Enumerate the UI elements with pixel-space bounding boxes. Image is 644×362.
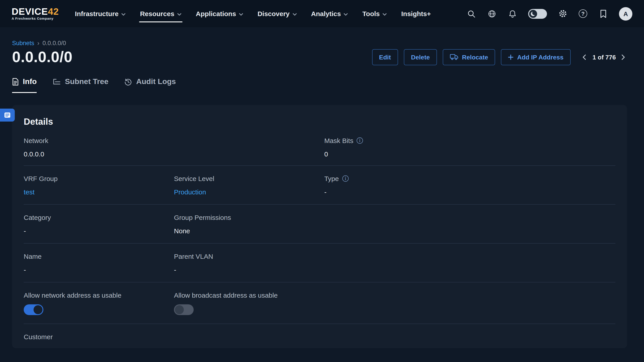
field-value: 0.0.0.0: [24, 150, 174, 158]
field-label: Service Level: [174, 175, 324, 182]
nav-resources[interactable]: Resources: [140, 0, 181, 27]
field-customer: Customer: [24, 333, 174, 341]
field-network: Network 0.0.0.0: [24, 137, 174, 158]
theme-toggle[interactable]: [528, 9, 547, 18]
add-ip-label: Add IP Address: [517, 53, 564, 60]
globe-icon[interactable]: [487, 9, 496, 18]
breadcrumb-separator: ›: [37, 40, 39, 46]
chevron-left-icon[interactable]: [582, 53, 588, 60]
info-icon[interactable]: [342, 175, 348, 182]
field-group-permissions: Group Permissions None: [174, 214, 324, 235]
truck-icon: [450, 54, 458, 60]
relocate-button[interactable]: Relocate: [443, 49, 495, 65]
field-value: -: [24, 266, 174, 274]
chevron-down-icon: [344, 13, 348, 15]
field-value: None: [174, 227, 324, 235]
field-label: Mask Bits: [324, 137, 616, 144]
tab-subnet-tree[interactable]: Subnet Tree: [53, 77, 108, 93]
field-category: Category -: [24, 214, 174, 235]
nav-applications[interactable]: Applications: [196, 0, 243, 27]
details-row-name: Name - Parent VLAN -: [24, 244, 616, 283]
field-label: Network: [24, 137, 174, 144]
brand-subtitle: A Freshworks Company: [12, 17, 59, 20]
nav-label: Discovery: [258, 10, 290, 17]
nav-label: Insights+: [401, 10, 431, 17]
bookmark-icon[interactable]: [598, 9, 608, 18]
avatar[interactable]: A: [619, 7, 632, 20]
nav-label: Analytics: [311, 10, 341, 17]
field-type: Type -: [324, 175, 616, 196]
nav-insights[interactable]: Insights+: [401, 0, 431, 27]
tab-info[interactable]: Info: [12, 77, 37, 93]
tree-list-icon: [53, 78, 61, 85]
help-icon[interactable]: ?: [579, 9, 587, 18]
field-label: Group Permissions: [174, 214, 324, 221]
theme-toggle-knob: [529, 9, 537, 18]
field-allow-broadcast: Allow broadcast address as usable: [174, 291, 324, 315]
tab-info-label: Info: [23, 77, 37, 86]
bell-icon[interactable]: [508, 9, 517, 18]
chevron-down-icon: [382, 13, 387, 15]
device42-app: DEVICE42 A Freshworks Company Infrastruc…: [0, 0, 644, 362]
brand-name: DEVICE42: [12, 7, 59, 16]
edit-label: Edit: [379, 53, 391, 60]
field-label: Allow broadcast address as usable: [174, 291, 324, 299]
field-label: Type: [324, 175, 616, 182]
field-label: Name: [24, 253, 174, 260]
brand-accent: 42: [48, 6, 59, 17]
chevron-down-icon: [121, 13, 126, 15]
field-allow-network: Allow network address as usable: [24, 291, 174, 315]
vrf-group-link[interactable]: test: [24, 188, 174, 196]
nav-label: Resources: [140, 10, 174, 17]
nav-infrastructure[interactable]: Infrastructure: [75, 0, 126, 27]
info-icon[interactable]: [356, 137, 363, 144]
allow-network-toggle[interactable]: [24, 304, 44, 315]
allow-broadcast-toggle[interactable]: [174, 304, 194, 315]
chevron-right-icon[interactable]: [620, 53, 627, 60]
field-value: -: [174, 266, 324, 274]
field-label: VRF Group: [24, 175, 174, 182]
field-value: 0: [324, 150, 616, 158]
field-vrf-group: VRF Group test: [24, 175, 174, 196]
nav-tools[interactable]: Tools: [362, 0, 387, 27]
delete-button[interactable]: Delete: [404, 49, 437, 65]
top-nav-bar: DEVICE42 A Freshworks Company Infrastruc…: [0, 0, 644, 27]
details-row-category: Category - Group Permissions None: [24, 205, 616, 244]
detail-tabs: Info Subnet Tree Audit Logs: [12, 77, 627, 93]
field-label: Allow network address as usable: [24, 291, 174, 299]
history-clock-icon: [124, 78, 132, 86]
plus-icon: [508, 54, 514, 60]
field-label: Customer: [24, 333, 174, 341]
edit-button[interactable]: Edit: [372, 49, 398, 65]
document-icon: [12, 78, 19, 86]
tab-audit-logs[interactable]: Audit Logs: [124, 77, 176, 93]
toggle-knob: [175, 305, 184, 314]
side-panel-toggle[interactable]: [0, 109, 15, 122]
service-level-link[interactable]: Production: [174, 188, 324, 196]
details-row-customer: Customer: [24, 324, 616, 348]
details-row-network: Network 0.0.0.0 Mask Bits 0: [24, 137, 616, 166]
nav-label: Applications: [196, 10, 236, 17]
add-ip-address-button[interactable]: Add IP Address: [501, 49, 571, 65]
help-glyph: ?: [582, 10, 585, 17]
details-card: Details Network 0.0.0.0 Mask Bits 0 VRF …: [12, 105, 627, 348]
record-pager: 1 of 776: [582, 53, 627, 60]
nav-discovery[interactable]: Discovery: [258, 0, 297, 27]
breadcrumb-current: 0.0.0.0/0: [42, 40, 66, 46]
moon-icon: [531, 11, 535, 16]
list-panel-icon: [4, 112, 11, 118]
breadcrumb: Subnets › 0.0.0.0/0: [12, 40, 627, 46]
breadcrumb-subnets-link[interactable]: Subnets: [12, 40, 34, 46]
field-label: Parent VLAN: [174, 253, 324, 260]
header-icon-group: ? A: [466, 7, 632, 20]
app-logo[interactable]: DEVICE42 A Freshworks Company: [12, 7, 59, 20]
chevron-down-icon: [239, 13, 243, 15]
nav-label: Tools: [362, 10, 380, 17]
gear-icon[interactable]: [558, 9, 568, 18]
nav-analytics[interactable]: Analytics: [311, 0, 348, 27]
details-row-vrf: VRF Group test Service Level Production …: [24, 166, 616, 205]
search-icon[interactable]: [466, 9, 476, 18]
delete-label: Delete: [411, 53, 430, 60]
chevron-down-icon: [177, 13, 182, 15]
field-parent-vlan: Parent VLAN -: [174, 253, 324, 274]
